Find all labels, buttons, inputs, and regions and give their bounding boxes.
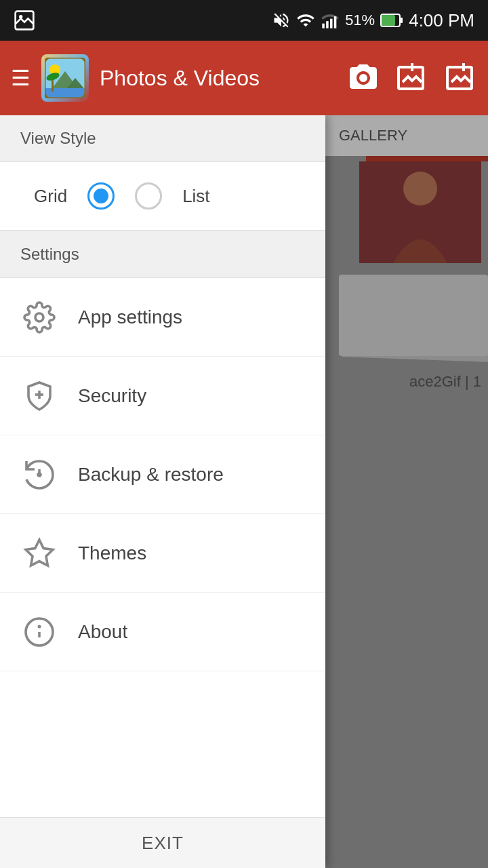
svg-point-17 — [359, 74, 367, 82]
backup-restore-label: Backup & restore — [78, 464, 224, 486]
view-style-header: View Style — [0, 115, 325, 162]
photo-widget-icon — [14, 9, 35, 31]
toolbar-actions — [347, 62, 477, 94]
svg-point-26 — [35, 313, 43, 321]
wifi-icon — [296, 11, 315, 30]
shield-plus-icon — [20, 377, 58, 414]
app-settings-label: App settings — [78, 307, 182, 328]
camera-button[interactable] — [347, 62, 380, 94]
menu-item-themes[interactable]: Themes — [0, 514, 325, 593]
mute-icon — [272, 11, 291, 30]
status-bar: 51% 4:00 PM — [0, 0, 488, 41]
exit-label: EXIT — [142, 833, 184, 854]
add-photo-button[interactable] — [396, 62, 428, 94]
toolbar: ☰ Photos & Videos — [0, 41, 488, 115]
svg-rect-4 — [330, 19, 333, 28]
view-style-label: View Style — [20, 129, 96, 147]
svg-marker-31 — [26, 540, 53, 566]
app-logo — [45, 58, 85, 98]
themes-star-icon — [20, 534, 58, 572]
status-icons: 51% 4:00 PM — [272, 10, 474, 31]
svg-rect-8 — [382, 15, 395, 26]
drawer-overlay[interactable] — [325, 115, 488, 868]
view-style-row: Grid List — [0, 162, 325, 231]
content-area: GALLERY ace2Gif | 1 View Style Grid L — [0, 115, 488, 868]
signal-icon — [321, 11, 340, 30]
hamburger-menu-button[interactable]: ☰ — [11, 65, 30, 91]
list-label: List — [182, 186, 209, 207]
backup-icon — [20, 456, 58, 493]
grid-label: Grid — [34, 186, 67, 207]
settings-header: Settings — [0, 231, 325, 278]
menu-item-app-settings[interactable]: App settings — [0, 278, 325, 357]
security-label: Security — [78, 385, 146, 407]
grid-radio[interactable] — [87, 182, 115, 210]
add-frame-button[interactable] — [445, 62, 477, 94]
themes-label: Themes — [78, 542, 146, 564]
battery-icon — [380, 14, 403, 27]
info-circle-icon — [20, 613, 58, 650]
exit-button[interactable]: EXIT — [0, 817, 325, 868]
svg-rect-2 — [322, 24, 325, 28]
app-icon — [41, 54, 89, 102]
svg-rect-5 — [334, 16, 337, 28]
svg-rect-7 — [401, 18, 403, 23]
gear-icon — [20, 298, 58, 336]
status-time: 4:00 PM — [409, 10, 474, 31]
about-label: About — [78, 621, 127, 643]
app-title: Photos & Videos — [100, 66, 347, 91]
menu-item-about[interactable]: About — [0, 593, 325, 671]
menu-item-security[interactable]: Security — [0, 357, 325, 435]
menu-item-backup[interactable]: Backup & restore — [0, 435, 325, 514]
battery-percent: 51% — [345, 12, 375, 29]
settings-label: Settings — [20, 245, 79, 263]
list-radio[interactable] — [135, 182, 162, 210]
svg-rect-3 — [326, 21, 329, 28]
status-bar-left-icons — [14, 9, 35, 31]
svg-rect-13 — [45, 88, 85, 98]
navigation-drawer: View Style Grid List Settings App settin… — [0, 115, 325, 868]
